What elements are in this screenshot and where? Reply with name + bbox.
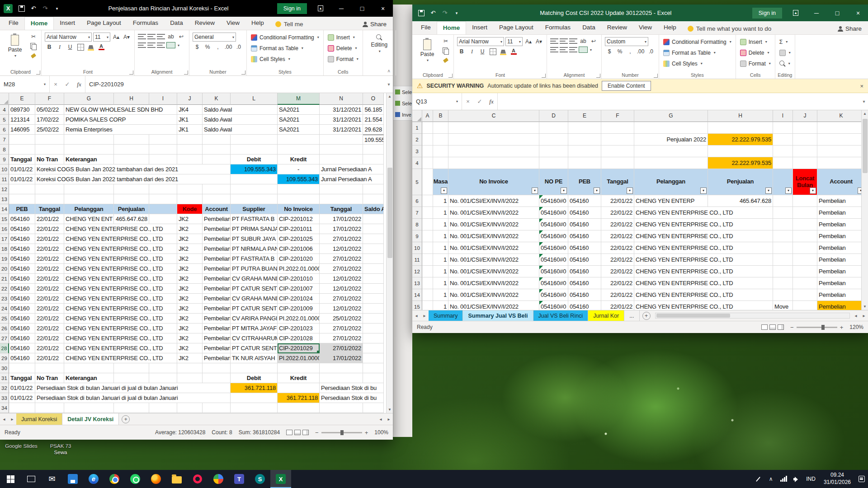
dialog-launcher-icon[interactable]	[241, 70, 245, 75]
formula-input[interactable]: CIP-2201029	[85, 76, 385, 93]
cell-A2[interactable]	[422, 134, 433, 145]
cell-K4[interactable]: Saldo Awal	[203, 105, 278, 115]
cell-E14[interactable]: 054160	[568, 289, 601, 301]
sign-in-button[interactable]: Sign in	[752, 8, 782, 19]
cell-F18[interactable]: 22/01/22	[35, 244, 64, 254]
accounting-format-icon[interactable]: $	[193, 43, 202, 51]
wrap-text-icon[interactable]: ↩	[589, 37, 598, 45]
cell-K9[interactable]	[203, 155, 231, 164]
hscroll-right-icon[interactable]: ▸	[860, 313, 868, 318]
row-header-25[interactable]: 25	[0, 314, 9, 324]
row-header-8[interactable]: 8	[0, 145, 9, 155]
cell-M15[interactable]: CIP-2201012	[278, 214, 320, 224]
cell-O19[interactable]	[363, 254, 384, 264]
cell-E15[interactable]: 054160	[9, 214, 35, 224]
column-header-F[interactable]: F	[35, 93, 64, 105]
cell-A4[interactable]	[422, 157, 433, 169]
cell-H31[interactable]	[114, 373, 149, 383]
name-box-dropdown-icon[interactable]: ▾	[44, 82, 46, 86]
cell-F8[interactable]: 22/01/22	[601, 219, 634, 230]
cell-I9[interactable]	[149, 155, 177, 164]
cell-G8[interactable]: CHENG YEN ENTERPRISE CO., LTD	[634, 219, 773, 230]
cell-M5[interactable]: SA2021	[278, 115, 320, 125]
cell-N28[interactable]: 27/01/2022	[320, 343, 363, 353]
zoom-in-icon[interactable]: +	[840, 324, 844, 331]
font-color-icon[interactable]: A	[509, 47, 518, 56]
sheet-tab-jual-vs-beli-rinci[interactable]: Jual VS Beli Rinci	[533, 310, 589, 321]
row-header-11[interactable]: 11	[0, 174, 9, 184]
cell-O29[interactable]	[363, 353, 384, 363]
cell-G18[interactable]: CHENG YEN ENTERPRISE CO., LTD	[64, 244, 177, 254]
cell-L21[interactable]: CV GRAHA MANDI	[231, 274, 278, 284]
cell-G1[interactable]	[634, 122, 708, 134]
zoom-level[interactable]: 100%	[374, 429, 388, 436]
cell-B1[interactable]	[433, 122, 448, 134]
formula-bar-expand-icon[interactable]: ▾	[385, 76, 393, 93]
cell-L34[interactable]	[231, 403, 278, 413]
cell-N19[interactable]: 27/01/2022	[320, 254, 363, 264]
cell-F9[interactable]: 22/01/22	[601, 230, 634, 242]
cell-F33[interactable]: Persediaan Stok di bulan Januari di jual…	[35, 393, 231, 403]
cell-K18[interactable]: Pembelian	[203, 244, 231, 254]
cell-O16[interactable]	[363, 224, 384, 234]
enter-icon[interactable]: ✓	[61, 76, 73, 93]
insert-function-icon[interactable]: fx	[73, 76, 85, 93]
orientation-icon[interactable]: ab	[166, 33, 175, 41]
zoom-level[interactable]: 120%	[849, 324, 863, 330]
cell-G12[interactable]	[64, 184, 114, 194]
paste-button[interactable]: Paste▾	[3, 33, 27, 60]
cell-I4[interactable]	[773, 157, 793, 169]
cell-G20[interactable]: CHENG YEN ENTERPRISE CO., LTD	[64, 264, 177, 274]
row-header-24[interactable]: 24	[0, 304, 9, 314]
insert-button[interactable]: Insert▾	[739, 37, 772, 47]
cell-N11[interactable]: Jurnal Persediaan A	[320, 174, 384, 184]
font-name-select[interactable]: Arial Narrow▾	[45, 33, 92, 42]
cell-B9[interactable]: 1	[433, 230, 448, 242]
percent-style-icon[interactable]: %	[203, 43, 212, 51]
cell-L15[interactable]: PT FASTRATA B	[231, 214, 278, 224]
cell-N13[interactable]	[320, 194, 363, 204]
cell-J13[interactable]	[793, 277, 817, 289]
row-header-1[interactable]: 1	[412, 122, 422, 134]
cell-H7[interactable]	[114, 135, 149, 145]
align-left-icon[interactable]	[550, 47, 558, 53]
cell-G30[interactable]	[64, 363, 114, 373]
cell-C7[interactable]: No. 001/CSI/EX/INV/I/2022	[448, 207, 539, 219]
cell-G10[interactable]: CHENG YEN ENTERPRISE CO., LTD	[634, 242, 773, 254]
column-header-M[interactable]: M	[278, 93, 320, 105]
cancel-icon[interactable]: ×	[50, 76, 61, 93]
cell-I9[interactable]	[773, 230, 793, 242]
cell-J27[interactable]: JK2	[177, 333, 203, 343]
cell-O23[interactable]	[363, 294, 384, 304]
filter-dropdown-icon[interactable]: ▾	[765, 188, 772, 194]
format-as-table-button[interactable]: Format as Table▾	[250, 43, 320, 53]
cell-L25[interactable]: CV ARIRA PANGI	[231, 314, 278, 324]
cell-H15[interactable]: 465.647.628	[114, 214, 149, 224]
cell-I31[interactable]	[149, 373, 177, 383]
cell-K15[interactable]: Pembelian	[817, 301, 865, 310]
cell-M13[interactable]	[278, 194, 320, 204]
cell-E12[interactable]	[9, 184, 35, 194]
ribbon-tab-view[interactable]: View	[221, 17, 245, 30]
row-header-5[interactable]: 5	[412, 169, 422, 195]
filter-dropdown-icon[interactable]: ▾	[441, 188, 447, 194]
cell-K6[interactable]: Saldo Awal	[203, 125, 278, 135]
cell-I13[interactable]	[773, 277, 793, 289]
hscroll-right-icon[interactable]: ▸	[385, 417, 393, 422]
cell-E29[interactable]: 054160	[9, 353, 35, 363]
cell-D2[interactable]	[539, 134, 568, 145]
cell-H4[interactable]: 22.222.979.535	[708, 157, 773, 169]
cell-G26[interactable]: CHENG YEN ENTERPRISE CO., LTD	[64, 324, 177, 333]
vertical-scrollbar[interactable]: ▲ ▼	[386, 93, 393, 413]
cell-F31[interactable]: No Tran	[35, 373, 64, 383]
cell-K12[interactable]: Pembelian	[817, 266, 865, 277]
cell-L22[interactable]: PT CATUR SENT	[231, 284, 278, 294]
column-header-B[interactable]: B	[433, 110, 448, 122]
cell-G5[interactable]: POMIKA SALES CORP	[64, 115, 177, 125]
scroll-up-icon[interactable]: ▲	[387, 93, 393, 100]
cell-F2[interactable]	[601, 134, 634, 145]
cell-M7[interactable]	[278, 135, 320, 145]
cell-J12[interactable]	[793, 266, 817, 277]
cell-G21[interactable]: CHENG YEN ENTERPRISE CO., LTD	[64, 274, 177, 284]
filter-dropdown-icon[interactable]: ▾	[532, 188, 538, 194]
